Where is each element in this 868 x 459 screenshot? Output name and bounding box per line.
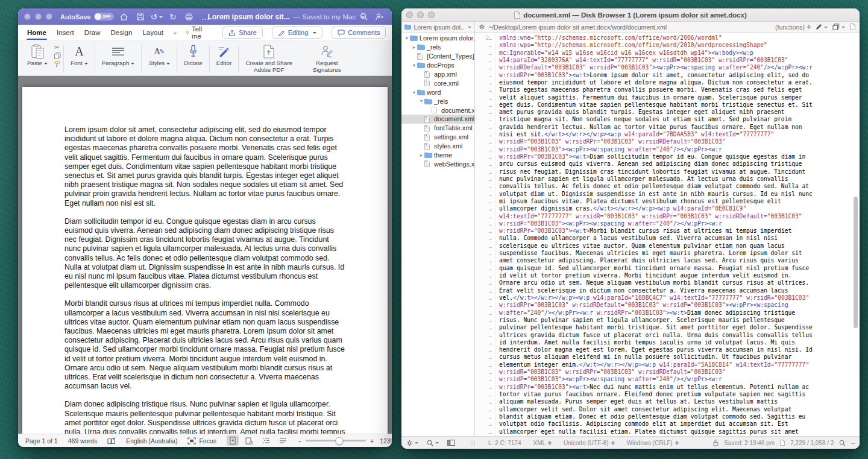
xml-code-line[interactable]: eiusmod tempor incididunt ut labore et d… bbox=[499, 79, 860, 86]
document-paragraph[interactable]: Diam sollicitudin tempor id eu. Congue q… bbox=[64, 217, 345, 291]
disclosure-triangle-icon[interactable]: ▾ bbox=[411, 63, 417, 68]
settings-menu[interactable] bbox=[406, 440, 418, 446]
zoom-level[interactable]: 123% bbox=[380, 437, 392, 445]
xml-code-line[interactable]: aliquam malesuada. Purus semper eget dui… bbox=[499, 398, 860, 405]
editing-mode-button[interactable]: Editing bbox=[272, 27, 323, 39]
tab-draw[interactable]: Draw bbox=[84, 26, 101, 39]
xml-code-line[interactable]: tortor vitae purus faucibus ornare. Elei… bbox=[499, 391, 860, 398]
xml-code-line[interactable]: hendrerit dolor magna eget est lorem. Eg… bbox=[499, 346, 860, 353]
word-count[interactable]: 469 words bbox=[68, 437, 97, 445]
document-paragraph[interactable]: Morbi blandit cursus risus at ultrices m… bbox=[64, 299, 345, 391]
zoom-button[interactable] bbox=[46, 13, 52, 20]
tree-item-word[interactable]: ▾word bbox=[401, 87, 474, 97]
xml-code-line[interactable]: convallis tellus. Ac felis donec et odio… bbox=[499, 183, 860, 190]
font-button[interactable]: A Font bbox=[65, 43, 93, 75]
paragraph-chevron-down-icon[interactable] bbox=[131, 63, 134, 66]
xml-code-line[interactable]: risus. Nunc pulvinar sapien et ligula ul… bbox=[499, 317, 860, 324]
tell-me-control[interactable]: Tell me bbox=[186, 25, 204, 40]
xml-code-line[interactable]: mi ipsum faucibus vitae. Platea dictumst… bbox=[499, 198, 860, 205]
document-title[interactable]: Lorem ipsum dolor sit... bbox=[208, 13, 290, 21]
xml-code-line[interactable]: elementum integer enim.</w:t></w:r></w:p… bbox=[499, 361, 860, 369]
xml-code-line[interactable]: ultrices gravida dictum fusce ut placera… bbox=[499, 332, 860, 339]
xml-code-line[interactable]: velit aliquet sagittis. Fermentum dui fa… bbox=[499, 94, 860, 101]
xml-code-line[interactable]: w:after="240"/></w:pPr><w:r w:rsidRPr="0… bbox=[499, 309, 860, 317]
xml-code-line[interactable]: xmlns:wne="http://schemas.microsoft.com/… bbox=[499, 34, 860, 42]
xml-code-line[interactable]: blandit aliquam etiam. Donec et odio pel… bbox=[499, 413, 860, 420]
xml-code-line[interactable]: id interdum. Amet nulla facilisi morbi t… bbox=[499, 339, 860, 346]
tree-item-styles-xml[interactable]: styles.xml bbox=[401, 142, 474, 151]
disclosure-triangle-icon[interactable]: ▾ bbox=[418, 98, 424, 104]
request-signatures-button[interactable]: Request Signatures bbox=[298, 43, 356, 75]
encoding-popup[interactable]: Unicode (UTF-8) bbox=[564, 440, 614, 446]
xml-code-line[interactable]: volutpat diam ut. Dignissim suspendisse … bbox=[499, 191, 860, 198]
scrollbar-thumb[interactable] bbox=[854, 197, 858, 328]
xml-code-line[interactable]: nulla. Commodo ullamcorper a lacus vesti… bbox=[499, 235, 860, 242]
doc-stats[interactable]: 7,229 / 1,058 / 2 bbox=[790, 440, 834, 446]
xml-code-line[interactable]: arcu cursus euismod quis viverra. Aenean… bbox=[499, 160, 860, 168]
tab-layout[interactable]: Layout bbox=[142, 26, 164, 39]
vertical-scrollbar[interactable] bbox=[853, 33, 858, 436]
xml-code-line[interactable]: tristique magna sit. Non sodales neque s… bbox=[499, 116, 860, 123]
zoom-slider[interactable] bbox=[306, 440, 366, 442]
zoom-slider-knob[interactable] bbox=[336, 437, 344, 445]
close-button[interactable] bbox=[24, 13, 31, 20]
xml-code-line[interactable]: w:rsidP="003B1C03"><w:pPr><w:spacing w:a… bbox=[499, 376, 860, 383]
xml-code-line[interactable]: nisi est sit.</w:t></w:r></w:p><w:p w14:… bbox=[499, 131, 860, 138]
tab-design[interactable]: Design bbox=[110, 26, 133, 39]
page-count[interactable]: Page 1 of 1 bbox=[25, 437, 58, 445]
document-page[interactable]: Lorem ipsum dolor sit amet, consectetur … bbox=[22, 87, 388, 434]
tree-item-core-xml[interactable]: core.xml bbox=[401, 78, 474, 87]
autosave-control[interactable]: AutoSave OFF bbox=[60, 13, 114, 21]
markers-menu[interactable] bbox=[816, 24, 828, 30]
xml-code-line[interactable]: w14:textId="77777777" w:rsidR="003B1C03"… bbox=[499, 213, 860, 220]
tab-insert[interactable]: Insert bbox=[56, 26, 75, 39]
disclosure-triangle-icon[interactable]: ▸ bbox=[418, 153, 424, 158]
tree-item-websettings-x[interactable]: webSettings.x.. bbox=[401, 159, 474, 168]
disclosure-triangle-icon[interactable]: ▸ bbox=[411, 45, 417, 50]
focus-toggle[interactable]: Focus bbox=[187, 437, 216, 445]
folder-dropdown[interactable]: Lorem ipsum dol... bbox=[401, 22, 475, 32]
xml-code-line[interactable]: Turpis egestas maecenas pharetra convall… bbox=[499, 86, 860, 93]
xml-code-line[interactable]: id velit ut tortor pretium viverra. Morb… bbox=[499, 272, 860, 279]
tree-item-app-xml[interactable]: app.xml bbox=[401, 70, 474, 79]
unlocked-padlock-icon[interactable] bbox=[713, 439, 719, 446]
xml-code-line[interactable]: risus nec feugiat. Dignissim cras tincid… bbox=[499, 168, 860, 176]
tree-item-lorem-ipsum-dolor[interactable]: ▾Lorem ipsum dolor... bbox=[401, 34, 474, 43]
disclosure-triangle-icon[interactable]: ▾ bbox=[404, 36, 410, 41]
xml-code-line[interactable]: scelerisque eu ultrices vitae auctor. Qu… bbox=[499, 242, 860, 250]
xml-code-line[interactable]: nunc pulvinar sapien et ligula ullamcorp… bbox=[499, 176, 860, 183]
functions-popup[interactable]: (functions) bbox=[775, 24, 811, 31]
xml-code-line[interactable]: w:rsidRPr="003B1C03"><w:t>Morbi blandit … bbox=[499, 227, 860, 235]
proofing-status-icon[interactable] bbox=[107, 437, 116, 445]
minimize-button[interactable] bbox=[417, 11, 424, 18]
create-share-adobe-pdf-button[interactable]: Create and Share Adobe PDF bbox=[240, 43, 298, 75]
home-icon[interactable] bbox=[118, 11, 130, 23]
editor-button[interactable]: Editor bbox=[211, 43, 237, 75]
xml-code-line[interactable]: w14:paraId="3280376A" w14:textId="777777… bbox=[499, 57, 860, 64]
tree-item-document-xml[interactable]: document.xml bbox=[401, 115, 474, 124]
line-endings-popup[interactable]: Windows (CRLF) bbox=[627, 440, 679, 446]
tree-item-settings-xml[interactable]: settings.xml bbox=[401, 133, 474, 142]
styles-chevron-down-icon[interactable] bbox=[166, 63, 170, 66]
xml-code-line[interactable]: volutpat odio facilisis. Adipiscing comm… bbox=[499, 420, 860, 428]
document-paragraph[interactable]: Lorem ipsum dolor sit amet, consectetur … bbox=[64, 125, 345, 208]
font-chevron-down-icon[interactable] bbox=[84, 63, 88, 66]
xml-code-line[interactable]: pulvinar pellentesque habitant morbi tri… bbox=[499, 324, 860, 331]
comments-button[interactable]: Comments bbox=[332, 27, 386, 39]
document-paragraph[interactable]: Diam donec adipiscing tristique risus. N… bbox=[64, 400, 345, 434]
xml-code-line[interactable]: quam quisque id. Sed ullamcorper morbi t… bbox=[499, 265, 860, 272]
sidebar-toggle-icon[interactable] bbox=[447, 440, 455, 446]
xml-code-line[interactable]: w:rsidR="003B1C03" w:rsidRPr="003B1C03" … bbox=[499, 138, 860, 145]
xml-code-line[interactable]: w:rsidP="003B1C03"><w:pPr><w:spacing w:a… bbox=[499, 220, 860, 227]
close-button[interactable] bbox=[406, 11, 413, 18]
print-icon[interactable] bbox=[183, 11, 195, 23]
tree-item-theme[interactable]: ▸theme bbox=[401, 151, 474, 160]
tree-item-rels[interactable]: ▸_rels bbox=[401, 43, 474, 52]
title-chevron-down-icon[interactable] bbox=[361, 16, 365, 20]
tab-home[interactable]: Home bbox=[27, 26, 47, 39]
tree-item-docprops[interactable]: ▾docProps bbox=[401, 61, 474, 70]
tree-item-content-types[interactable]: [Content_Types].. bbox=[401, 52, 474, 61]
gear-icon[interactable] bbox=[479, 24, 485, 30]
xml-code-line[interactable]: xmlns:wps="http://schemas.microsoft.com/… bbox=[499, 42, 860, 49]
zoom-out-button[interactable]: − bbox=[298, 437, 301, 445]
